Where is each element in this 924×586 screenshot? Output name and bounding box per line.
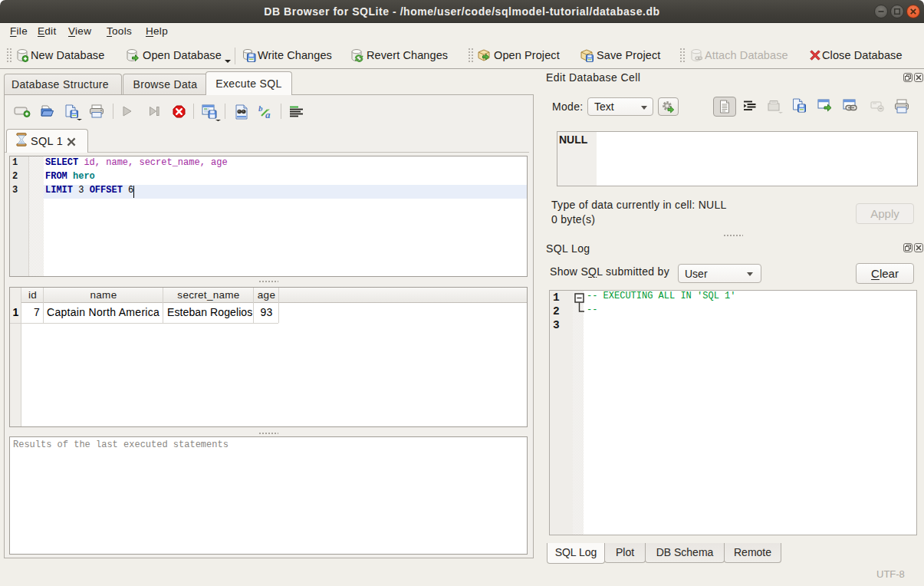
svg-text:b: b — [258, 104, 263, 113]
